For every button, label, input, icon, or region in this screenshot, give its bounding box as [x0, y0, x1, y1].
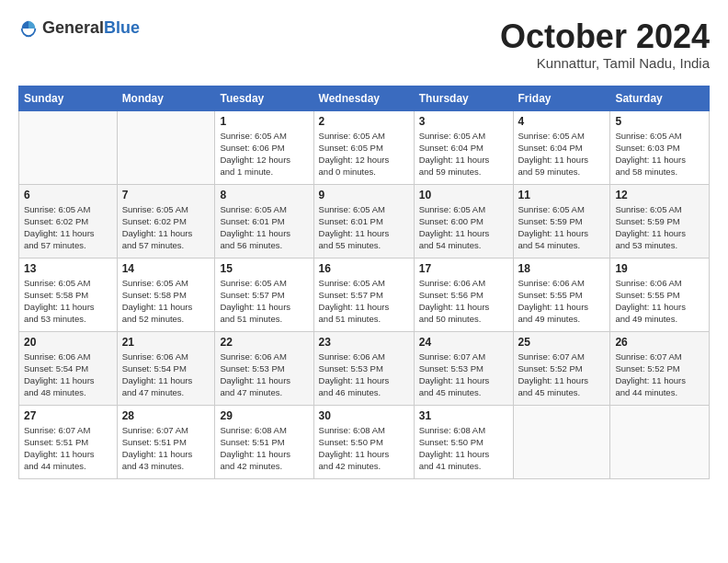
day-info: Sunrise: 6:06 AM Sunset: 5:55 PM Dayligh…	[615, 277, 704, 326]
logo-icon	[18, 18, 39, 39]
day-info: Sunrise: 6:05 AM Sunset: 5:58 PM Dayligh…	[24, 277, 112, 326]
calendar-cell: 25Sunrise: 6:07 AM Sunset: 5:52 PM Dayli…	[513, 331, 610, 405]
calendar-week-2: 6Sunrise: 6:05 AM Sunset: 6:02 PM Daylig…	[19, 184, 710, 258]
day-number: 26	[615, 336, 704, 349]
calendar-cell: 18Sunrise: 6:06 AM Sunset: 5:55 PM Dayli…	[513, 258, 610, 331]
day-number: 4	[518, 115, 606, 128]
day-info: Sunrise: 6:05 AM Sunset: 6:01 PM Dayligh…	[319, 203, 409, 252]
day-number: 19	[615, 262, 704, 275]
day-number: 8	[220, 189, 308, 201]
day-info: Sunrise: 6:05 AM Sunset: 5:59 PM Dayligh…	[615, 203, 704, 252]
day-info: Sunrise: 6:05 AM Sunset: 6:02 PM Dayligh…	[24, 203, 112, 252]
day-info: Sunrise: 6:07 AM Sunset: 5:52 PM Dayligh…	[615, 350, 704, 399]
day-number: 10	[419, 189, 508, 201]
calendar-cell: 30Sunrise: 6:08 AM Sunset: 5:50 PM Dayli…	[313, 405, 414, 478]
calendar-table: SundayMondayTuesdayWednesdayThursdayFrid…	[18, 86, 710, 479]
weekday-header-sunday: Sunday	[19, 86, 118, 110]
day-info: Sunrise: 6:08 AM Sunset: 5:50 PM Dayligh…	[319, 424, 409, 473]
calendar-cell: 4Sunrise: 6:05 AM Sunset: 6:04 PM Daylig…	[513, 110, 610, 184]
calendar-cell: 11Sunrise: 6:05 AM Sunset: 5:59 PM Dayli…	[513, 184, 610, 258]
calendar-cell: 3Sunrise: 6:05 AM Sunset: 6:04 PM Daylig…	[414, 110, 513, 184]
logo-text-general: General	[42, 18, 104, 37]
day-info: Sunrise: 6:06 AM Sunset: 5:54 PM Dayligh…	[122, 350, 210, 399]
calendar-week-1: 1Sunrise: 6:05 AM Sunset: 6:06 PM Daylig…	[19, 110, 710, 184]
calendar-cell	[117, 110, 215, 184]
calendar-cell: 6Sunrise: 6:05 AM Sunset: 6:02 PM Daylig…	[19, 184, 118, 258]
day-info: Sunrise: 6:06 AM Sunset: 5:54 PM Dayligh…	[24, 350, 112, 399]
location-subtitle: Kunnattur, Tamil Nadu, India	[500, 55, 710, 71]
calendar-cell: 19Sunrise: 6:06 AM Sunset: 5:55 PM Dayli…	[610, 258, 710, 331]
day-info: Sunrise: 6:05 AM Sunset: 6:06 PM Dayligh…	[220, 130, 308, 178]
day-number: 11	[518, 189, 606, 201]
day-info: Sunrise: 6:06 AM Sunset: 5:56 PM Dayligh…	[419, 277, 508, 326]
calendar-cell: 23Sunrise: 6:06 AM Sunset: 5:53 PM Dayli…	[313, 331, 414, 405]
day-info: Sunrise: 6:07 AM Sunset: 5:53 PM Dayligh…	[419, 350, 508, 399]
day-number: 13	[24, 262, 112, 275]
day-info: Sunrise: 6:06 AM Sunset: 5:53 PM Dayligh…	[319, 350, 409, 399]
weekday-header-saturday: Saturday	[610, 86, 710, 110]
weekday-header-wednesday: Wednesday	[313, 86, 414, 110]
calendar-cell: 20Sunrise: 6:06 AM Sunset: 5:54 PM Dayli…	[19, 331, 118, 405]
day-number: 12	[615, 189, 704, 201]
day-info: Sunrise: 6:05 AM Sunset: 6:04 PM Dayligh…	[518, 130, 606, 178]
calendar-cell: 1Sunrise: 6:05 AM Sunset: 6:06 PM Daylig…	[215, 110, 313, 184]
day-info: Sunrise: 6:08 AM Sunset: 5:51 PM Dayligh…	[220, 424, 308, 473]
day-info: Sunrise: 6:07 AM Sunset: 5:52 PM Dayligh…	[518, 350, 606, 399]
calendar-cell: 17Sunrise: 6:06 AM Sunset: 5:56 PM Dayli…	[414, 258, 513, 331]
month-title: October 2024	[500, 18, 710, 55]
weekday-header-friday: Friday	[513, 86, 610, 110]
day-number: 18	[518, 262, 606, 275]
calendar-cell: 5Sunrise: 6:05 AM Sunset: 6:03 PM Daylig…	[610, 110, 710, 184]
calendar-cell: 9Sunrise: 6:05 AM Sunset: 6:01 PM Daylig…	[313, 184, 414, 258]
title-block: October 2024 Kunnattur, Tamil Nadu, Indi…	[500, 18, 710, 71]
day-info: Sunrise: 6:05 AM Sunset: 5:57 PM Dayligh…	[220, 277, 308, 326]
day-info: Sunrise: 6:08 AM Sunset: 5:50 PM Dayligh…	[419, 424, 508, 473]
calendar-cell	[610, 405, 710, 478]
day-info: Sunrise: 6:06 AM Sunset: 5:55 PM Dayligh…	[518, 277, 606, 326]
calendar-cell: 24Sunrise: 6:07 AM Sunset: 5:53 PM Dayli…	[414, 331, 513, 405]
calendar-week-4: 20Sunrise: 6:06 AM Sunset: 5:54 PM Dayli…	[19, 331, 710, 405]
calendar-cell: 8Sunrise: 6:05 AM Sunset: 6:01 PM Daylig…	[215, 184, 313, 258]
day-number: 16	[319, 262, 409, 275]
weekday-header-thursday: Thursday	[414, 86, 513, 110]
day-number: 23	[319, 336, 409, 349]
logo: GeneralBlue	[18, 18, 140, 39]
day-number: 20	[24, 336, 112, 349]
day-info: Sunrise: 6:05 AM Sunset: 5:59 PM Dayligh…	[518, 203, 606, 252]
calendar-cell: 31Sunrise: 6:08 AM Sunset: 5:50 PM Dayli…	[414, 405, 513, 478]
day-info: Sunrise: 6:05 AM Sunset: 5:57 PM Dayligh…	[319, 277, 409, 326]
day-number: 3	[419, 115, 508, 128]
day-info: Sunrise: 6:05 AM Sunset: 6:00 PM Dayligh…	[419, 203, 508, 252]
day-info: Sunrise: 6:07 AM Sunset: 5:51 PM Dayligh…	[122, 424, 210, 473]
day-number: 14	[122, 262, 210, 275]
day-number: 22	[220, 336, 308, 349]
day-number: 5	[615, 115, 704, 128]
calendar-cell: 16Sunrise: 6:05 AM Sunset: 5:57 PM Dayli…	[313, 258, 414, 331]
day-info: Sunrise: 6:05 AM Sunset: 6:01 PM Dayligh…	[220, 203, 308, 252]
day-info: Sunrise: 6:05 AM Sunset: 5:58 PM Dayligh…	[122, 277, 210, 326]
weekday-header-monday: Monday	[117, 86, 215, 110]
calendar-cell: 2Sunrise: 6:05 AM Sunset: 6:05 PM Daylig…	[313, 110, 414, 184]
day-number: 28	[122, 409, 210, 422]
day-info: Sunrise: 6:05 AM Sunset: 6:02 PM Dayligh…	[122, 203, 210, 252]
day-info: Sunrise: 6:06 AM Sunset: 5:53 PM Dayligh…	[220, 350, 308, 399]
day-info: Sunrise: 6:07 AM Sunset: 5:51 PM Dayligh…	[24, 424, 112, 473]
day-number: 29	[220, 409, 308, 422]
day-number: 24	[419, 336, 508, 349]
day-number: 31	[419, 409, 508, 422]
calendar-header-row: SundayMondayTuesdayWednesdayThursdayFrid…	[19, 86, 710, 110]
logo-text-blue: Blue	[104, 18, 140, 37]
day-number: 27	[24, 409, 112, 422]
calendar-cell: 22Sunrise: 6:06 AM Sunset: 5:53 PM Dayli…	[215, 331, 313, 405]
day-number: 2	[319, 115, 409, 128]
day-number: 21	[122, 336, 210, 349]
calendar-cell: 13Sunrise: 6:05 AM Sunset: 5:58 PM Dayli…	[19, 258, 118, 331]
calendar-cell	[19, 110, 118, 184]
day-number: 7	[122, 189, 210, 201]
day-number: 15	[220, 262, 308, 275]
calendar-cell	[513, 405, 610, 478]
day-number: 25	[518, 336, 606, 349]
calendar-cell: 10Sunrise: 6:05 AM Sunset: 6:00 PM Dayli…	[414, 184, 513, 258]
day-number: 1	[220, 115, 308, 128]
calendar-week-3: 13Sunrise: 6:05 AM Sunset: 5:58 PM Dayli…	[19, 258, 710, 331]
